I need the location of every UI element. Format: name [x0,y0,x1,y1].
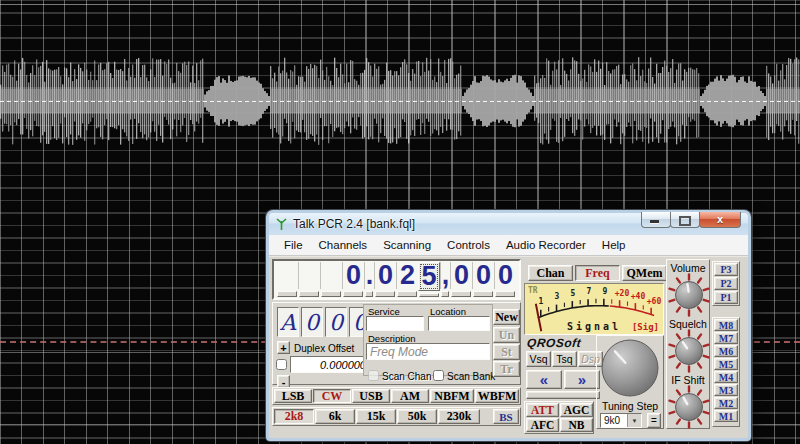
freq-digit-strip[interactable] [473,291,493,297]
freq-digit-4[interactable]: . [364,262,374,297]
freq-digit-3[interactable]: 0 [342,262,364,297]
volume-knob[interactable] [667,273,711,317]
mode-wbfm[interactable]: WBFM [475,389,519,403]
close-button[interactable]: x [699,212,741,228]
freq-digit-cell[interactable]: 0 [494,262,516,289]
filter-15k[interactable]: 15k [356,409,396,424]
dropdown-arrow-icon[interactable]: ▼ [627,414,641,427]
equals-button[interactable]: = [647,413,661,428]
location-field[interactable] [428,316,490,331]
freq-digit-9[interactable]: 0 [450,262,472,297]
service-field[interactable] [366,316,424,331]
m6-button[interactable]: M6 [714,345,738,357]
att-button[interactable]: ATT [526,403,559,417]
m1-button[interactable]: M1 [714,410,738,422]
mem-cell-100[interactable]: 0 [301,307,323,337]
tuning-knob[interactable] [599,337,661,399]
mem-cell-bank[interactable]: A [277,307,299,337]
un-button[interactable]: Un [493,327,520,343]
filter-230k[interactable]: 230k [438,409,480,424]
freq-digit-10[interactable]: 0 [472,262,494,297]
mode-nbfm[interactable]: NBFM [430,389,474,403]
freq-digit-11[interactable]: 0 [494,262,516,297]
duplex-offset-field[interactable] [290,356,370,373]
mode-cw[interactable]: CW [313,389,351,403]
mode-am[interactable]: AM [391,389,429,403]
freq-digit-cell[interactable]: 0 [472,262,494,289]
freq-digit-strip[interactable] [365,291,373,297]
m2-button[interactable]: M2 [714,397,738,409]
freq-digit-cell[interactable]: 0 [450,262,472,289]
freq-digit-cell[interactable] [298,262,320,289]
squelch-knob[interactable] [667,329,711,373]
freq-digit-6[interactable]: 2 [396,262,418,297]
tuning-step-select[interactable]: 9k0 ▼ [600,413,642,428]
freq-digit-strip[interactable] [277,291,297,297]
freq-digit-strip[interactable] [299,291,319,297]
step-down-button[interactable]: « [526,370,562,389]
tr-button[interactable]: Tr [493,361,520,377]
if-shift-knob[interactable] [667,385,711,429]
menu-channels[interactable]: Channels [311,237,376,253]
freq-digit-cell[interactable] [276,262,298,289]
menu-controls[interactable]: Controls [439,237,498,253]
fine-tune-bar[interactable] [526,391,600,399]
tsq-button[interactable]: Tsq [552,351,577,367]
tab-chan[interactable]: Chan [528,265,573,281]
freq-digit-strip[interactable] [495,291,515,297]
freq-digit-8[interactable]: , [440,262,450,297]
freq-digit-cell[interactable] [320,262,342,289]
filter-50k[interactable]: 50k [397,409,437,424]
st-button[interactable]: St [493,344,520,360]
tab-qmem[interactable]: QMem [622,265,667,281]
freq-digit-5[interactable]: 0 [374,262,396,297]
freq-digit-strip[interactable] [375,291,395,297]
menu-file[interactable]: File [276,237,311,253]
freq-digit-cell[interactable]: , [440,262,450,289]
p3-button[interactable]: P3 [714,263,738,276]
step-up-button[interactable]: » [564,370,600,389]
freq-digit-cell[interactable]: 2 [396,262,418,289]
m7-button[interactable]: M7 [714,332,738,344]
m4-button[interactable]: M4 [714,371,738,383]
freq-digit-7[interactable]: 5 [418,262,440,297]
p2-button[interactable]: P2 [714,277,738,290]
scan-bank-checkbox[interactable] [433,370,444,381]
minimize-button[interactable] [641,212,671,228]
m3-button[interactable]: M3 [714,384,738,396]
scan-chan-checkbox[interactable] [368,370,379,381]
freq-digit-strip[interactable] [397,291,417,297]
nb-button[interactable]: NB [560,418,593,432]
mem-cell-10[interactable]: 0 [325,307,347,337]
freq-digit-cell[interactable]: 0 [342,262,364,289]
freq-digit-cell[interactable]: 5 [418,262,440,291]
agc-button[interactable]: AGC [560,403,593,417]
new-button[interactable]: New [493,309,520,325]
filter-2k8[interactable]: 2k8 [274,409,314,424]
menu-scanning[interactable]: Scanning [375,237,439,253]
vsq-button[interactable]: Vsq [526,351,551,367]
menu-audio-recorder[interactable]: Audio Recorder [498,237,594,253]
freq-digit-cell[interactable]: . [364,262,374,289]
freq-digit-1[interactable] [298,262,320,297]
description-field[interactable] [366,343,490,360]
freq-digit-strip[interactable] [441,291,449,297]
tab-freq[interactable]: Freq [575,265,620,281]
freq-digit-strip[interactable] [343,291,363,297]
mode-usb[interactable]: USB [352,389,390,403]
freq-digit-0[interactable] [276,262,298,297]
freq-digit-strip[interactable] [451,291,471,297]
freq-digit-strip[interactable] [321,291,341,297]
titlebar[interactable]: Talk PCR 2.4 [bank.fql] x [269,213,748,235]
freq-digit-2[interactable] [320,262,342,297]
p1-button[interactable]: P1 [714,291,738,304]
m8-button[interactable]: M8 [714,319,738,331]
bs-button[interactable]: BS [493,409,519,424]
maximize-button[interactable] [670,212,700,228]
freq-digit-strip[interactable] [419,293,439,297]
filter-6k[interactable]: 6k [315,409,355,424]
afc-button[interactable]: AFC [526,418,559,432]
duplex-plus-button[interactable]: + [277,341,290,354]
mode-lsb[interactable]: LSB [274,389,312,403]
duplex-enable-checkbox[interactable] [276,359,287,370]
